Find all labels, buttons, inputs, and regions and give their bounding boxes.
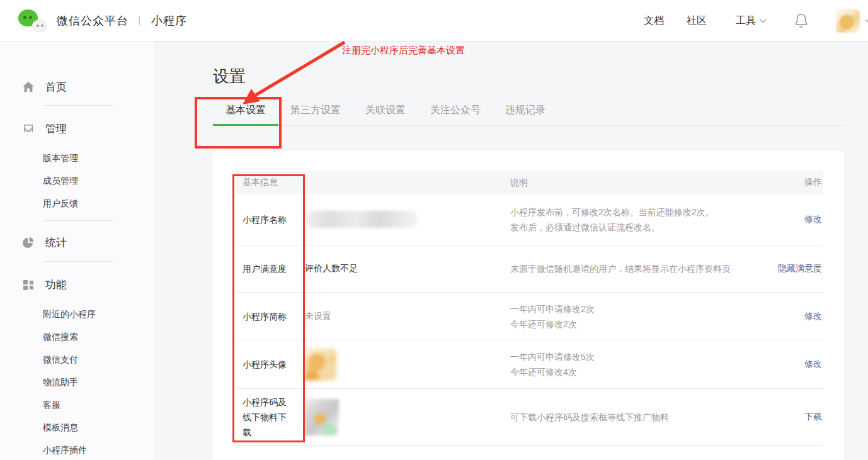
sidebar: 首页 管理 版本管理 成员管理 用户反馈 统计 功能 附近的小程序 微信搜索 微… — [0, 42, 156, 460]
sidebar-item-version-manage[interactable]: 版本管理 — [0, 147, 156, 170]
table-row-user-satisfaction: 用户满意度 评价人数不足 来源于微信随机邀请的用户，结果将显示在小程序资料页 隐… — [236, 245, 823, 293]
sidebar-group-manage: 版本管理 成员管理 用户反馈 — [0, 147, 156, 215]
table-body: 小程序名称 小程序发布前，可修改2次名称。当前还能修改2次。 发布后，必须通过微… — [236, 194, 823, 446]
sidebar-item-stats[interactable]: 统计 — [0, 233, 156, 252]
sidebar-item-features[interactable]: 功能 — [0, 275, 156, 294]
brand-subtitle: 小程序 — [151, 13, 187, 28]
sidebar-group-features: 附近的小程序 微信搜索 微信支付 物流助手 客服 模板消息 小程序插件 — [0, 303, 156, 460]
sidebar-item-template-message[interactable]: 模板消息 — [0, 417, 156, 439]
header-description: 说明 — [510, 175, 745, 190]
tab-link-settings[interactable]: 关联设置 — [365, 104, 406, 117]
table-row-miniprogram-short-name: 小程序简称 未设置 一年内可申请修改2次 今年还可修改2次 修改 — [236, 293, 823, 340]
download-link[interactable]: 下载 — [804, 412, 822, 422]
features-icon — [22, 278, 35, 291]
sidebar-item-user-feedback[interactable]: 用户反馈 — [0, 193, 156, 215]
table-row-miniprogram-avatar: 小程序头像 一年内可申请修改5次 今年还可修改4次 修改 — [236, 340, 823, 389]
manage-icon — [22, 122, 35, 135]
row-label: 用户满意度 — [243, 261, 292, 276]
chevron-down-icon — [760, 19, 767, 23]
settings-tabs: 基本设置 第三方设置 关联设置 关注公众号 违规记录 — [213, 104, 844, 126]
table-row-miniprogram-code-download: 小程序码及线下物料下载 可下载小程序码及搜索框等线下推广物料 下载 — [236, 389, 823, 446]
wechat-logo-icon — [18, 8, 48, 33]
modify-short-name-link[interactable]: 修改 — [804, 311, 822, 321]
row-description: 一年内可申请修改5次 今年还可修改4次 — [510, 349, 745, 379]
table-header: 基本信息 说明 操作 — [236, 171, 823, 194]
sidebar-item-wechat-pay[interactable]: 微信支付 — [0, 349, 156, 371]
sidebar-divider — [43, 261, 113, 262]
modify-name-link[interactable]: 修改 — [804, 214, 822, 224]
modify-avatar-link[interactable]: 修改 — [804, 359, 822, 369]
row-description: 小程序发布前，可修改2次名称。当前还能修改2次。 发布后，必须通过微信认证流程改… — [510, 205, 745, 235]
nav-tools-dropdown[interactable]: 工具 — [736, 14, 767, 28]
home-icon — [22, 81, 35, 93]
row-description: 一年内可申请修改2次 今年还可修改2次 — [510, 301, 745, 332]
tab-follow-official-account[interactable]: 关注公众号 — [430, 104, 481, 117]
annotation-text: 注册完小程序后完善基本设置 — [342, 45, 465, 57]
sidebar-item-logistics-assistant[interactable]: 物流助手 — [0, 371, 156, 394]
short-name-value: 未设置 — [305, 311, 510, 322]
settings-card: 基本信息 说明 操作 小程序名称 小程序发布前，可修改2次名称。当前还能修改2次… — [213, 151, 844, 460]
brand[interactable]: 微信公众平台 丨 小程序 — [18, 8, 187, 33]
table-row-miniprogram-name: 小程序名称 小程序发布前，可修改2次名称。当前还能修改2次。 发布后，必须通过微… — [236, 194, 823, 245]
satisfaction-value: 评价人数不足 — [305, 263, 510, 274]
header-action: 操作 — [745, 177, 823, 188]
stats-icon — [22, 236, 35, 249]
redacted-miniprogram-qrcode — [305, 399, 339, 435]
top-nav: 文档 社区 工具 — [644, 0, 868, 42]
tab-third-party-settings[interactable]: 第三方设置 — [290, 104, 341, 117]
row-description: 来源于微信随机邀请的用户，结果将显示在小程序资料页 — [510, 261, 745, 276]
notification-bell-icon[interactable] — [794, 13, 808, 28]
row-label: 小程序码及线下物料下载 — [243, 395, 292, 440]
redacted-miniprogram-avatar — [305, 348, 336, 381]
sidebar-divider — [43, 220, 113, 221]
sidebar-divider — [43, 105, 113, 106]
header-basic-info: 基本信息 — [236, 177, 305, 188]
tab-basic-settings[interactable]: 基本设置 — [226, 104, 266, 117]
page-title: 设置 — [213, 65, 246, 87]
nav-docs-link[interactable]: 文档 — [644, 14, 664, 28]
account-chevron-icon[interactable] — [865, 19, 868, 23]
redacted-miniprogram-name — [305, 211, 418, 228]
row-description: 可下载小程序码及搜索框等线下推广物料 — [510, 410, 745, 425]
hide-satisfaction-link[interactable]: 隐藏满意度 — [778, 263, 822, 273]
brand-divider: 丨 — [135, 15, 145, 27]
sidebar-item-miniprogram-plugin[interactable]: 小程序插件 — [0, 439, 156, 460]
sidebar-item-customer-service[interactable]: 客服 — [0, 394, 156, 417]
sidebar-item-manage[interactable]: 管理 — [0, 119, 156, 138]
top-header: 微信公众平台 丨 小程序 文档 社区 工具 — [0, 0, 868, 42]
row-label: 小程序简称 — [243, 309, 292, 324]
nav-community-link[interactable]: 社区 — [687, 14, 707, 28]
sidebar-item-nearby-miniprogram[interactable]: 附近的小程序 — [0, 303, 156, 326]
row-label: 小程序名称 — [243, 212, 292, 227]
sidebar-item-wechat-search[interactable]: 微信搜索 — [0, 326, 156, 349]
avatar[interactable] — [836, 9, 860, 33]
sidebar-item-home[interactable]: 首页 — [0, 77, 156, 96]
main-content: 设置 基本设置 第三方设置 关联设置 关注公众号 违规记录 基本信息 说明 操作… — [157, 42, 868, 460]
row-label: 小程序头像 — [243, 357, 292, 372]
tab-violation-records[interactable]: 违规记录 — [505, 104, 545, 117]
brand-title: 微信公众平台 — [57, 13, 128, 28]
sidebar-item-member-manage[interactable]: 成员管理 — [0, 170, 156, 193]
